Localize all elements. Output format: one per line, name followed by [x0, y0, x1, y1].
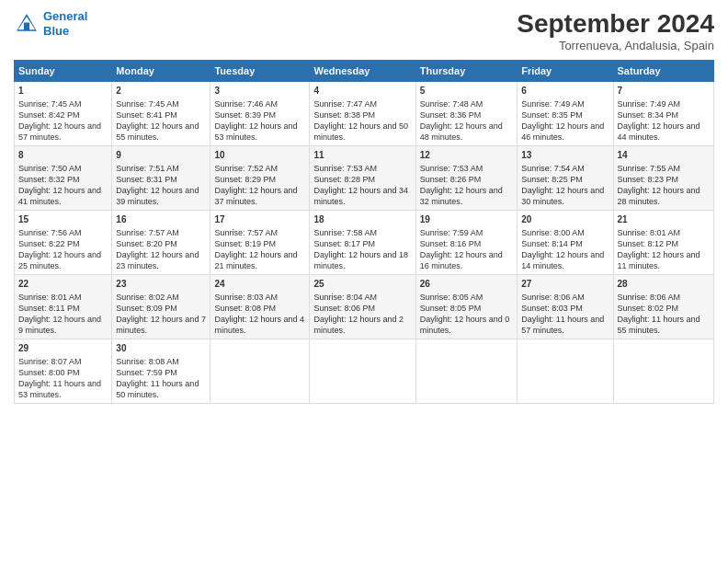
title-block: September 2024 Torrenueva, Andalusia, Sp…	[517, 9, 714, 52]
calendar-cell-1: 1Sunrise: 7:45 AMSunset: 8:42 PMDaylight…	[15, 82, 112, 146]
logo: General Blue	[14, 9, 87, 38]
col-thursday: Thursday	[415, 61, 517, 82]
day-number: 4	[313, 85, 411, 98]
empty-cell	[210, 339, 310, 404]
day-number: 6	[521, 85, 609, 98]
week-row-4: 22Sunrise: 8:01 AMSunset: 8:11 PMDayligh…	[15, 275, 714, 339]
day-number: 2	[116, 85, 206, 98]
week-row-3: 15Sunrise: 7:56 AMSunset: 8:22 PMDayligh…	[15, 211, 714, 275]
calendar-cell-5: 5Sunrise: 7:48 AMSunset: 8:36 PMDaylight…	[415, 82, 517, 146]
day-number: 26	[420, 278, 513, 291]
day-number: 11	[313, 149, 411, 162]
calendar-cell-19: 19Sunrise: 7:59 AMSunset: 8:16 PMDayligh…	[415, 211, 517, 275]
calendar-cell-7: 7Sunrise: 7:49 AMSunset: 8:34 PMDaylight…	[613, 82, 713, 146]
day-number: 9	[116, 149, 206, 162]
day-number: 28	[618, 278, 710, 291]
day-number: 10	[214, 149, 305, 162]
week-row-1: 1Sunrise: 7:45 AMSunset: 8:42 PMDaylight…	[15, 82, 714, 146]
calendar-cell-14: 14Sunrise: 7:55 AMSunset: 8:23 PMDayligh…	[613, 146, 713, 211]
day-number: 16	[116, 213, 206, 226]
calendar-cell-16: 16Sunrise: 7:57 AMSunset: 8:20 PMDayligh…	[112, 211, 210, 275]
header: General Blue September 2024 Torrenueva, …	[14, 9, 714, 52]
col-tuesday: Tuesday	[210, 61, 310, 82]
calendar-cell-21: 21Sunrise: 8:01 AMSunset: 8:12 PMDayligh…	[613, 211, 713, 275]
day-number: 1	[18, 85, 108, 98]
calendar-cell-11: 11Sunrise: 7:53 AMSunset: 8:28 PMDayligh…	[310, 146, 415, 211]
day-number: 24	[214, 278, 305, 291]
header-row: Sunday Monday Tuesday Wednesday Thursday…	[15, 61, 714, 82]
calendar-cell-23: 23Sunrise: 8:02 AMSunset: 8:09 PMDayligh…	[112, 275, 210, 339]
calendar-cell-30: 30Sunrise: 8:08 AMSunset: 7:59 PMDayligh…	[112, 339, 210, 404]
week-row-5: 29Sunrise: 8:07 AMSunset: 8:00 PMDayligh…	[15, 339, 714, 404]
calendar-cell-9: 9Sunrise: 7:51 AMSunset: 8:31 PMDaylight…	[112, 146, 210, 211]
calendar-cell-8: 8Sunrise: 7:50 AMSunset: 8:32 PMDaylight…	[15, 146, 112, 211]
day-number: 14	[618, 149, 710, 162]
day-number: 20	[521, 213, 609, 226]
calendar-cell-24: 24Sunrise: 8:03 AMSunset: 8:08 PMDayligh…	[210, 275, 310, 339]
day-number: 7	[618, 85, 710, 98]
calendar-cell-22: 22Sunrise: 8:01 AMSunset: 8:11 PMDayligh…	[15, 275, 112, 339]
calendar-cell-12: 12Sunrise: 7:53 AMSunset: 8:26 PMDayligh…	[415, 146, 517, 211]
day-number: 5	[420, 85, 513, 98]
calendar-cell-20: 20Sunrise: 8:00 AMSunset: 8:14 PMDayligh…	[518, 211, 613, 275]
calendar-cell-29: 29Sunrise: 8:07 AMSunset: 8:00 PMDayligh…	[15, 339, 112, 404]
empty-cell	[415, 339, 517, 404]
empty-cell	[518, 339, 613, 404]
main-title: September 2024	[517, 9, 714, 39]
day-number: 13	[521, 149, 609, 162]
day-number: 15	[18, 213, 108, 226]
calendar-cell-13: 13Sunrise: 7:54 AMSunset: 8:25 PMDayligh…	[518, 146, 613, 211]
logo-line2: Blue	[43, 24, 69, 38]
calendar-cell-3: 3Sunrise: 7:46 AMSunset: 8:39 PMDaylight…	[210, 82, 310, 146]
day-number: 12	[420, 149, 513, 162]
calendar-body: 1Sunrise: 7:45 AMSunset: 8:42 PMDaylight…	[15, 82, 714, 404]
col-friday: Friday	[518, 61, 613, 82]
day-number: 23	[116, 278, 206, 291]
calendar-table: Sunday Monday Tuesday Wednesday Thursday…	[14, 60, 714, 404]
calendar-cell-28: 28Sunrise: 8:06 AMSunset: 8:02 PMDayligh…	[613, 275, 713, 339]
col-monday: Monday	[112, 61, 210, 82]
calendar-cell-17: 17Sunrise: 7:57 AMSunset: 8:19 PMDayligh…	[210, 211, 310, 275]
calendar-cell-15: 15Sunrise: 7:56 AMSunset: 8:22 PMDayligh…	[15, 211, 112, 275]
empty-cell	[613, 339, 713, 404]
page: General Blue September 2024 Torrenueva, …	[0, 0, 728, 563]
day-number: 25	[313, 278, 411, 291]
logo-text: General Blue	[43, 9, 87, 38]
calendar-cell-2: 2Sunrise: 7:45 AMSunset: 8:41 PMDaylight…	[112, 82, 210, 146]
calendar-cell-18: 18Sunrise: 7:58 AMSunset: 8:17 PMDayligh…	[310, 211, 415, 275]
calendar-cell-10: 10Sunrise: 7:52 AMSunset: 8:29 PMDayligh…	[210, 146, 310, 211]
day-number: 22	[18, 278, 108, 291]
empty-cell	[310, 339, 415, 404]
calendar-cell-26: 26Sunrise: 8:05 AMSunset: 8:05 PMDayligh…	[415, 275, 517, 339]
col-saturday: Saturday	[613, 61, 713, 82]
logo-icon	[14, 11, 40, 37]
day-number: 29	[18, 342, 108, 355]
day-number: 30	[116, 342, 206, 355]
day-number: 8	[18, 149, 108, 162]
col-sunday: Sunday	[15, 61, 112, 82]
day-number: 19	[420, 213, 513, 226]
calendar-cell-25: 25Sunrise: 8:04 AMSunset: 8:06 PMDayligh…	[310, 275, 415, 339]
subtitle: Torrenueva, Andalusia, Spain	[517, 39, 714, 52]
week-row-2: 8Sunrise: 7:50 AMSunset: 8:32 PMDaylight…	[15, 146, 714, 211]
day-number: 27	[521, 278, 609, 291]
logo-line1: General	[43, 9, 87, 23]
calendar-cell-6: 6Sunrise: 7:49 AMSunset: 8:35 PMDaylight…	[518, 82, 613, 146]
day-number: 18	[313, 213, 411, 226]
day-number: 21	[618, 213, 710, 226]
calendar-cell-4: 4Sunrise: 7:47 AMSunset: 8:38 PMDaylight…	[310, 82, 415, 146]
day-number: 3	[214, 85, 305, 98]
calendar-cell-27: 27Sunrise: 8:06 AMSunset: 8:03 PMDayligh…	[518, 275, 613, 339]
col-wednesday: Wednesday	[310, 61, 415, 82]
day-number: 17	[214, 213, 305, 226]
